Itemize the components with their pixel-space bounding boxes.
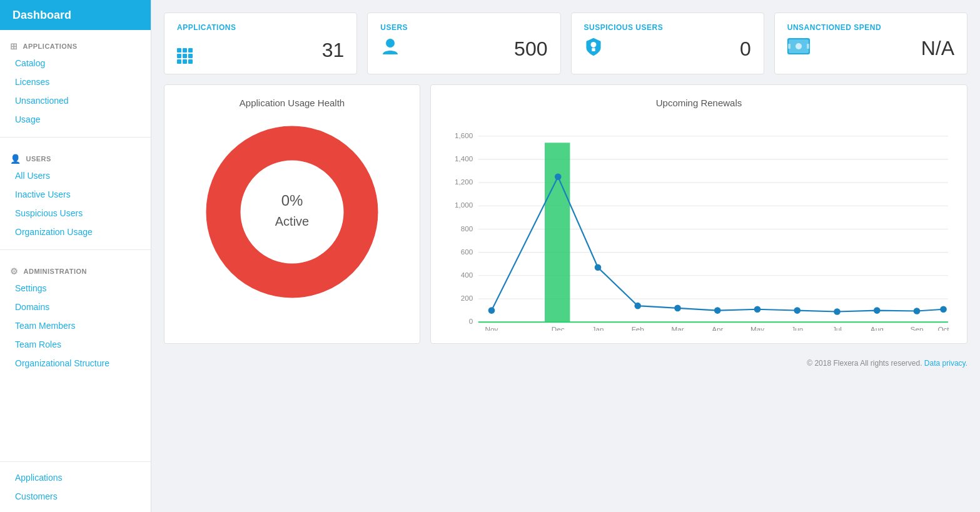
- svg-rect-6: [788, 44, 791, 49]
- section-title-users: 👤 USERS: [0, 149, 151, 166]
- donut-chart-title: Application Usage Health: [177, 98, 407, 108]
- svg-text:May: May: [750, 325, 764, 331]
- sidebar-item-org-structure[interactable]: Organizational Structure: [0, 354, 151, 373]
- stat-card-applications: APPLICATIONS 31: [164, 13, 357, 74]
- svg-point-0: [386, 39, 395, 48]
- svg-text:1,000: 1,000: [455, 201, 473, 209]
- svg-point-42: [914, 308, 921, 314]
- svg-text:200: 200: [461, 294, 473, 302]
- svg-point-1: [590, 42, 596, 48]
- sidebar-item-applications-bottom[interactable]: Applications: [0, 468, 151, 487]
- svg-text:1,400: 1,400: [455, 154, 473, 163]
- svg-text:0: 0: [469, 317, 473, 325]
- footer: © 2018 Flexera All rights reserved. Data…: [164, 354, 967, 368]
- svg-point-38: [754, 306, 761, 313]
- sidebar-title: Dashboard: [13, 9, 71, 22]
- sidebar-item-team-members[interactable]: Team Members: [0, 316, 151, 335]
- svg-text:800: 800: [461, 224, 473, 233]
- sidebar-item-catalog[interactable]: Catalog: [0, 54, 151, 73]
- money-icon: [787, 38, 810, 59]
- svg-text:Oct: Oct: [937, 325, 949, 331]
- svg-text:0%: 0%: [281, 192, 303, 209]
- person-section-icon: 👤: [10, 154, 21, 164]
- donut-chart-card: Application Usage Health 0% Active: [164, 84, 420, 344]
- svg-text:1,600: 1,600: [455, 131, 473, 139]
- stat-row-users: 500: [380, 37, 547, 61]
- shield-icon: [584, 37, 603, 61]
- stat-value-applications: 31: [322, 39, 345, 62]
- stat-card-users: USERS 500: [367, 13, 560, 74]
- svg-text:Jun: Jun: [791, 325, 803, 331]
- svg-point-35: [634, 303, 641, 309]
- renewals-svg: 0 200 400 600 800 1,000 1,200 1,400 1,60…: [443, 118, 954, 331]
- svg-rect-2: [592, 48, 595, 51]
- sidebar-item-unsanctioned[interactable]: Unsanctioned: [0, 91, 151, 110]
- section-title-applications: ⊞ APPLICATIONS: [0, 36, 151, 54]
- svg-point-37: [714, 307, 721, 314]
- sidebar-item-org-usage[interactable]: Organization Usage: [0, 223, 151, 241]
- stats-row: APPLICATIONS 31 USERS: [164, 13, 967, 74]
- stat-value-users: 500: [514, 38, 547, 61]
- svg-point-5: [796, 43, 802, 49]
- svg-text:Active: Active: [275, 214, 309, 228]
- svg-text:Aug: Aug: [871, 325, 884, 331]
- svg-point-40: [834, 308, 841, 315]
- footer-privacy-link[interactable]: Data privacy.: [924, 359, 967, 368]
- sidebar-item-all-users[interactable]: All Users: [0, 166, 151, 185]
- stat-card-unsanctioned-spend: UNSANCTIONED SPEND N/A: [774, 13, 967, 74]
- stat-label-suspicious-users: SUSPICIOUS USERS: [584, 23, 751, 32]
- svg-point-34: [595, 264, 602, 271]
- stat-value-suspicious-users: 0: [740, 38, 751, 61]
- stat-row-unsanctioned-spend: N/A: [787, 37, 954, 60]
- svg-point-41: [874, 307, 881, 314]
- donut-svg: 0% Active: [205, 124, 380, 299]
- stat-label-users: USERS: [380, 23, 547, 32]
- sidebar-section-applications: ⊞ APPLICATIONS Catalog Licenses Unsancti…: [0, 30, 151, 132]
- renewals-chart-card: Upcoming Renewals 0 200 400 600 800 1,00…: [430, 84, 967, 344]
- section-title-administration: ⚙ ADMINISTRATION: [0, 261, 151, 279]
- svg-text:600: 600: [461, 248, 473, 256]
- stat-card-suspicious-users: SUSPICIOUS USERS 0: [571, 13, 764, 74]
- sidebar: Dashboard ⊞ APPLICATIONS Catalog License…: [0, 0, 151, 512]
- svg-text:Sep: Sep: [911, 325, 924, 331]
- renewals-chart-title: Upcoming Renewals: [443, 98, 954, 108]
- footer-text: © 2018 Flexera All rights reserved.: [807, 359, 922, 368]
- svg-text:Mar: Mar: [671, 325, 684, 331]
- stat-value-unsanctioned-spend: N/A: [921, 37, 954, 60]
- svg-text:1,200: 1,200: [455, 178, 473, 186]
- sidebar-item-usage[interactable]: Usage: [0, 110, 151, 129]
- sidebar-item-settings[interactable]: Settings: [0, 279, 151, 298]
- sidebar-item-domains[interactable]: Domains: [0, 298, 151, 316]
- stat-row-suspicious-users: 0: [584, 37, 751, 61]
- svg-text:Apr: Apr: [712, 325, 723, 331]
- svg-text:400: 400: [461, 271, 473, 279]
- sidebar-header: Dashboard: [0, 0, 151, 30]
- svg-rect-31: [545, 143, 570, 322]
- svg-rect-7: [807, 44, 809, 49]
- sidebar-bottom: Applications Customers: [0, 461, 151, 512]
- svg-text:Dec: Dec: [552, 325, 565, 331]
- svg-text:Nov: Nov: [485, 325, 498, 331]
- main-content: APPLICATIONS 31 USERS: [151, 0, 980, 512]
- svg-point-36: [674, 305, 681, 312]
- sidebar-section-administration: ⚙ ADMINISTRATION Settings Domains Team M…: [0, 255, 151, 376]
- svg-point-39: [794, 307, 801, 314]
- sidebar-section-users: 👤 USERS All Users Inactive Users Suspici…: [0, 143, 151, 244]
- sidebar-item-team-roles[interactable]: Team Roles: [0, 335, 151, 354]
- stat-label-unsanctioned-spend: UNSANCTIONED SPEND: [787, 23, 954, 32]
- sidebar-item-licenses[interactable]: Licenses: [0, 73, 151, 91]
- stat-label-applications: APPLICATIONS: [177, 23, 344, 32]
- renewals-chart-area: 0 200 400 600 800 1,000 1,200 1,400 1,60…: [443, 118, 954, 331]
- donut-wrapper: 0% Active: [177, 118, 407, 306]
- svg-point-32: [488, 307, 495, 314]
- sidebar-item-suspicious-users[interactable]: Suspicious Users: [0, 204, 151, 223]
- applications-icon: [177, 37, 193, 64]
- svg-point-43: [940, 306, 947, 313]
- sidebar-item-customers[interactable]: Customers: [0, 487, 151, 506]
- stat-row-applications: 31: [177, 37, 344, 64]
- users-icon: [380, 37, 400, 61]
- sidebar-item-inactive-users[interactable]: Inactive Users: [0, 185, 151, 204]
- grid-section-icon: ⊞: [10, 41, 18, 51]
- svg-text:Jan: Jan: [592, 325, 604, 331]
- svg-text:Feb: Feb: [632, 325, 644, 331]
